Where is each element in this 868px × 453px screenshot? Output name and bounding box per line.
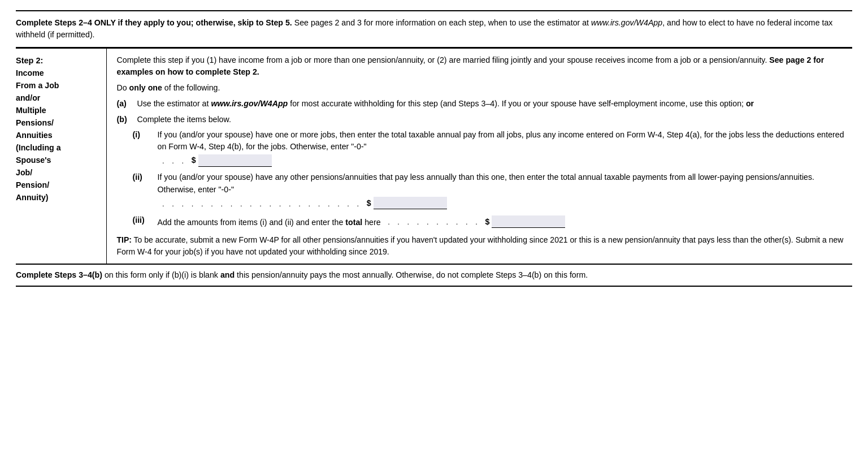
bottom-bold1: Complete Steps 3–4(b) bbox=[16, 270, 102, 279]
sub-iii-input[interactable] bbox=[492, 215, 565, 228]
sub-iii-prefix: Add the amounts from items (i) and (ii) … bbox=[158, 217, 346, 226]
sub-i-dollar: $ bbox=[192, 154, 196, 166]
sub-iii-row: (iii) Add the amounts from items (i) and… bbox=[133, 214, 853, 228]
sub-i-label: (i) bbox=[133, 129, 158, 141]
intro-block: Complete Steps 2–4 ONLY if they apply to… bbox=[16, 10, 852, 48]
step2-para1: Complete this step if you (1) have incom… bbox=[117, 54, 853, 79]
step2-label-line2: Income bbox=[16, 67, 101, 79]
step2-para1-text: Complete this step if you (1) have incom… bbox=[117, 55, 770, 64]
step2-label-line4: and/or bbox=[16, 92, 101, 104]
page-wrapper: Complete Steps 2–4 ONLY if they apply to… bbox=[0, 0, 868, 297]
option-a-suffix: for most accurate withholding for this s… bbox=[288, 99, 746, 108]
option-a-content: Use the estimator at www.irs.gov/W4App f… bbox=[137, 98, 853, 110]
step2-label-line3: From a Job bbox=[16, 79, 101, 92]
option-a-label: (a) bbox=[117, 98, 137, 110]
sub-ii-label: (ii) bbox=[133, 171, 158, 183]
sub-i-row: (i) If you (and/or your spouse) have one… bbox=[133, 129, 853, 167]
main-table: Step 2: Income From a Job and/or Multipl… bbox=[16, 48, 852, 264]
sub-iii-label: (iii) bbox=[133, 214, 158, 226]
sub-i-text: If you (and/or your spouse) have one or … bbox=[158, 130, 844, 151]
intro-url: www.irs.gov/W4App bbox=[591, 18, 662, 27]
bottom-text1: on this form only if (b)(i) is blank bbox=[102, 270, 220, 279]
tip-label: TIP: bbox=[117, 235, 132, 244]
sub-ii-content: If you (and/or your spouse) have any oth… bbox=[158, 171, 853, 209]
sub-iii-suffix: here bbox=[362, 217, 380, 226]
sub-iii-content: Add the amounts from items (i) and (ii) … bbox=[158, 214, 853, 228]
option-a-row: (a) Use the estimator at www.irs.gov/W4A… bbox=[117, 98, 853, 110]
sub-i-input[interactable] bbox=[198, 154, 272, 167]
step2-label-line5: Multiple bbox=[16, 104, 101, 117]
tip-block: TIP: To be accurate, submit a new Form W… bbox=[117, 234, 853, 258]
sub-ii-text: If you (and/or your spouse) have any oth… bbox=[158, 172, 815, 193]
sub-iii-bold: total bbox=[345, 217, 362, 226]
step2-para2-prefix: Do bbox=[117, 83, 129, 92]
step2-para2: Do only one of the following. bbox=[117, 82, 853, 94]
step2-label-line6: Pensions/ bbox=[16, 117, 101, 129]
step2-title: Step 2: bbox=[16, 54, 101, 67]
step2-label-cell: Step 2: Income From a Job and/or Multipl… bbox=[16, 48, 106, 264]
bottom-note: Complete Steps 3–4(b) on this form only … bbox=[16, 264, 852, 287]
step2-label-line12: Annuity) bbox=[16, 191, 101, 204]
sub-option-iii: (iii) Add the amounts from items (i) and… bbox=[133, 214, 853, 228]
sub-iii-dots: . . . . . . . . . . bbox=[383, 217, 485, 228]
option-a-url: www.irs.gov/W4App bbox=[211, 99, 288, 108]
step2-label-line8: (Including a bbox=[16, 141, 101, 154]
step2-para2-bold: only one bbox=[129, 83, 162, 92]
sub-option-i: (i) If you (and/or your spouse) have one… bbox=[133, 129, 853, 167]
step2-label-line10: Job/ bbox=[16, 166, 101, 179]
intro-normal: See pages 2 and 3 for more information o… bbox=[292, 18, 591, 27]
sub-i-content: If you (and/or your spouse) have one or … bbox=[158, 129, 853, 167]
bottom-text2: this pension/annuity pays the most annua… bbox=[235, 270, 588, 279]
step2-content-cell: Complete this step if you (1) have incom… bbox=[106, 48, 852, 264]
option-a-prefix: Use the estimator at bbox=[137, 99, 211, 108]
step2-label-line7: Annuities bbox=[16, 129, 101, 141]
sub-ii-row: (ii) If you (and/or your spouse) have an… bbox=[133, 171, 853, 209]
sub-i-dots: . . . bbox=[158, 156, 192, 167]
sub-option-ii: (ii) If you (and/or your spouse) have an… bbox=[133, 171, 853, 209]
bottom-bold2: and bbox=[220, 270, 235, 279]
option-b-label: (b) bbox=[117, 114, 137, 126]
tip-text: To be accurate, submit a new Form W-4P f… bbox=[117, 235, 844, 256]
step2-row: Step 2: Income From a Job and/or Multipl… bbox=[16, 48, 852, 264]
option-b-content: Complete the items below. bbox=[137, 114, 853, 126]
step2-label-line9: Spouse's bbox=[16, 154, 101, 166]
intro-bold: Complete Steps 2–4 ONLY if they apply to… bbox=[16, 18, 292, 27]
sub-ii-dollar: $ bbox=[367, 197, 371, 209]
option-a-or: or bbox=[746, 99, 754, 108]
step2-label-line11: Pension/ bbox=[16, 179, 101, 191]
sub-ii-input[interactable] bbox=[374, 197, 447, 209]
sub-iii-dollar: $ bbox=[485, 216, 489, 228]
intro-text: Complete Steps 2–4 ONLY if they apply to… bbox=[16, 17, 852, 41]
step2-para2-suffix: of the following. bbox=[162, 83, 220, 92]
sub-ii-dots: . . . . . . . . . . . . . . . . . . . . … bbox=[158, 199, 367, 210]
option-b-row: (b) Complete the items below. bbox=[117, 114, 853, 126]
